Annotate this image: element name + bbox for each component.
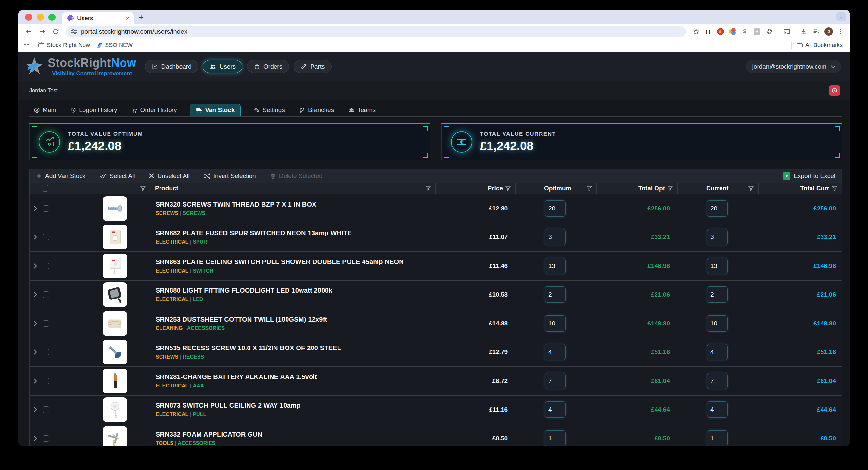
row-expander-icon[interactable] xyxy=(33,436,37,441)
close-window-button[interactable] xyxy=(25,13,32,21)
optimum-input[interactable] xyxy=(545,229,565,245)
tab-search-button[interactable]: ⌄ xyxy=(836,12,846,22)
add-van-stock-button[interactable]: Add Van Stock xyxy=(36,173,86,180)
table-row[interactable]: SRN882 PLATE FUSED SPUR SWITCHED NEON 13… xyxy=(30,223,842,252)
optimum-input[interactable] xyxy=(545,315,565,332)
row-expander-icon[interactable] xyxy=(33,407,37,412)
row-checkbox[interactable] xyxy=(42,205,49,212)
browser-tab-users[interactable]: Users × xyxy=(62,12,133,24)
forward-button[interactable] xyxy=(37,26,48,37)
header-price[interactable]: Price xyxy=(436,183,516,194)
filter-icon[interactable] xyxy=(505,186,511,191)
back-button[interactable] xyxy=(23,26,34,37)
table-row[interactable]: SRN320 SCREWS TWIN THREAD BZP 7 X 1 IN B… xyxy=(30,194,842,223)
row-checkbox[interactable] xyxy=(42,349,49,355)
optimum-input[interactable] xyxy=(545,200,565,217)
header-total-curr[interactable]: Total Curr xyxy=(758,183,842,194)
unselect-all-button[interactable]: Unselect All xyxy=(149,173,189,180)
optimum-input[interactable] xyxy=(545,344,565,360)
reading-list-icon[interactable] xyxy=(812,28,820,35)
nav-parts-button[interactable]: Parts xyxy=(294,60,331,73)
current-input[interactable] xyxy=(707,258,728,274)
table-row[interactable]: SRN880 LIGHT FITTING FLOODLIGHT LED 10wa… xyxy=(30,281,842,310)
nav-users-button[interactable]: Users xyxy=(203,60,242,73)
profile-avatar[interactable]: J xyxy=(825,27,833,36)
all-bookmarks-button[interactable]: All Bookmarks xyxy=(795,42,845,49)
filter-icon[interactable] xyxy=(426,186,431,191)
brand-logo[interactable]: StockRightNow Visibility Control Improve… xyxy=(24,56,136,77)
tab-main[interactable]: Main xyxy=(32,104,57,116)
filter-icon[interactable] xyxy=(140,186,146,191)
tab-van-stock[interactable]: Van Stock xyxy=(190,104,241,116)
table-row[interactable]: SRN863 PLATE CEILING SWITCH PULL SHOWER … xyxy=(30,252,842,281)
account-dropdown[interactable]: jordan@stockrightnow.com xyxy=(746,60,841,73)
current-input[interactable] xyxy=(707,402,728,418)
row-checkbox[interactable] xyxy=(42,234,49,240)
download-icon[interactable] xyxy=(800,28,808,35)
s-extension-icon[interactable]: S xyxy=(741,28,748,35)
row-expander-icon[interactable] xyxy=(33,234,37,240)
row-expander-icon[interactable] xyxy=(33,349,37,355)
invert-selection-button[interactable]: Invert Selection xyxy=(204,173,256,180)
row-checkbox[interactable] xyxy=(42,291,49,298)
tab-teams[interactable]: Teams xyxy=(347,104,377,116)
header-total-opt[interactable]: Total Opt xyxy=(597,183,678,194)
current-input[interactable] xyxy=(707,430,728,446)
table-row[interactable]: SRN253 DUSTSHEET COTTON TWILL (180GSM) 1… xyxy=(30,309,842,338)
delete-selected-button[interactable]: Delete Selected xyxy=(270,173,322,180)
tab-settings[interactable]: Settings xyxy=(252,104,286,116)
row-expander-icon[interactable] xyxy=(33,378,37,384)
adblock-extension-icon[interactable]: ✋ xyxy=(717,28,724,35)
table-row[interactable]: SRN873 SWITCH PULL CEILING 2 WAY 10amp E… xyxy=(30,396,842,425)
row-checkbox[interactable] xyxy=(42,263,49,269)
current-input[interactable] xyxy=(707,286,728,303)
tab-branches[interactable]: Branches xyxy=(298,104,335,116)
row-expander-icon[interactable] xyxy=(33,206,37,212)
tab-order-history[interactable]: Order History xyxy=(130,104,178,116)
maximize-window-button[interactable] xyxy=(49,13,56,21)
filter-icon[interactable] xyxy=(587,186,592,191)
close-user-view-button[interactable] xyxy=(829,86,840,96)
header-current[interactable]: Current xyxy=(678,183,758,194)
row-checkbox[interactable] xyxy=(42,406,49,413)
tab-close-icon[interactable]: × xyxy=(126,15,130,22)
header-optimum[interactable]: Optimum xyxy=(516,183,597,194)
optimum-input[interactable] xyxy=(545,402,565,418)
bookmark-folder-stock-right-now[interactable]: Stock Right Now xyxy=(36,42,92,49)
current-input[interactable] xyxy=(707,200,728,217)
extensions-puzzle-icon[interactable] xyxy=(765,28,773,35)
minimize-window-button[interactable] xyxy=(37,13,44,21)
filter-icon[interactable] xyxy=(668,186,673,191)
optimum-input[interactable] xyxy=(545,430,565,446)
bookmark-star-icon[interactable] xyxy=(691,26,702,37)
palette-extension-icon[interactable] xyxy=(729,28,736,35)
table-row[interactable]: SRN281-CHANGE BATTERY ALKALINE AAA 1.5vo… xyxy=(30,367,842,396)
apps-grid-icon[interactable] xyxy=(24,42,30,49)
filter-icon[interactable] xyxy=(832,186,837,191)
nav-dashboard-button[interactable]: Dashboard xyxy=(145,60,198,73)
row-checkbox[interactable] xyxy=(42,435,49,442)
browser-menu-icon[interactable] xyxy=(840,31,841,32)
table-row[interactable]: SRN535 RECESS SCREW 10.0 X 11/2IN BOX OF… xyxy=(30,338,842,367)
nav-orders-button[interactable]: Orders xyxy=(247,60,289,73)
current-input[interactable] xyxy=(707,344,728,360)
site-settings-icon[interactable] xyxy=(71,29,77,34)
select-all-button[interactable]: Select All xyxy=(100,173,135,180)
extension-icon[interactable]: ||| xyxy=(704,28,712,35)
current-input[interactable] xyxy=(707,373,728,389)
optimum-input[interactable] xyxy=(545,286,565,303)
cast-icon[interactable] xyxy=(782,28,790,35)
r-extension-icon[interactable]: R xyxy=(753,28,761,35)
current-input[interactable] xyxy=(707,229,728,245)
bookmark-sso-new[interactable]: SSO NEW xyxy=(95,42,134,49)
filter-icon[interactable] xyxy=(748,186,754,191)
header-image-column[interactable] xyxy=(79,183,150,194)
select-all-checkbox[interactable] xyxy=(42,185,49,192)
new-tab-button[interactable]: + xyxy=(139,12,144,23)
export-to-excel-button[interactable]: x Export to Excel xyxy=(783,172,835,180)
url-bar[interactable]: portal.stockrightnow.com/users/index xyxy=(66,26,686,37)
row-expander-icon[interactable] xyxy=(33,321,37,326)
row-expander-icon[interactable] xyxy=(33,263,37,269)
row-expander-icon[interactable] xyxy=(33,292,37,297)
current-input[interactable] xyxy=(707,315,728,332)
